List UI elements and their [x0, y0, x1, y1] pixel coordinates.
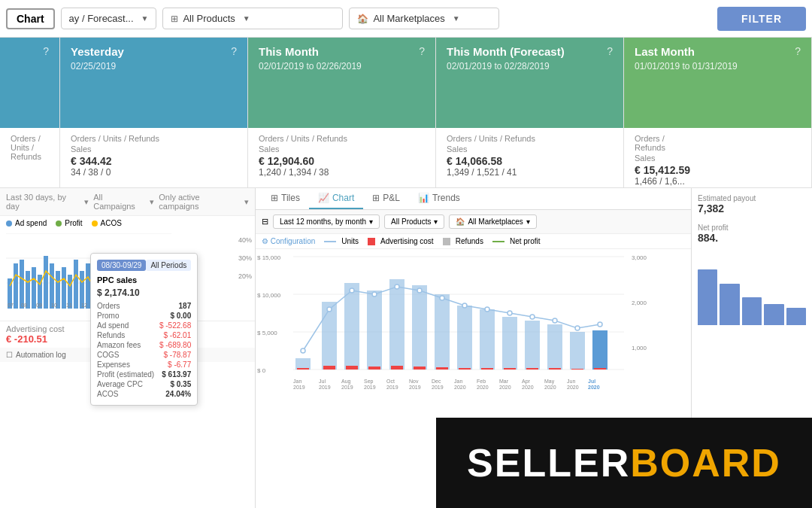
profit-dot: [56, 221, 62, 227]
time-filter-dropdown[interactable]: Last 12 months, by month ▾: [273, 214, 380, 229]
svg-rect-9: [44, 256, 48, 309]
t-amazon-value: $ -689.80: [159, 341, 191, 349]
left-panel: Last 30 days, by day ▾ All Campaigns ▾ O…: [0, 188, 256, 508]
chart-marketplaces-dropdown[interactable]: 🏠 All Marketplaces ▾: [449, 214, 536, 229]
marketplace-icon: 🏠: [357, 14, 368, 24]
tab-trends[interactable]: 📊 Trends: [409, 188, 469, 209]
svg-rect-59: [459, 368, 471, 370]
card-last-month-date: 01/01/2019 to 01/31/2019: [635, 61, 801, 71]
tooltip-period: All Periods: [146, 260, 191, 271]
svg-rect-55: [368, 367, 380, 370]
data-cell-forecast: Orders / Units / Refunds Sales € 14,066.…: [436, 128, 624, 187]
svg-rect-49: [547, 324, 562, 370]
tab-pl[interactable]: ⊞ P&L: [363, 188, 409, 209]
svg-rect-56: [391, 366, 403, 370]
svg-text:$ 5,000: $ 5,000: [257, 330, 277, 336]
marketplaces-arrow-icon: ▼: [453, 14, 460, 23]
trends-label: Trends: [432, 193, 460, 203]
legend-profit: Profit: [56, 219, 82, 227]
forecast-orders-value: 1,349 / 1,521 / 41: [447, 167, 613, 178]
acos-dot: [92, 221, 98, 227]
svg-text:Jul: Jul: [319, 379, 326, 384]
t-cogs-value: $ -78.87: [164, 351, 192, 359]
pl-label: P&L: [383, 193, 400, 203]
last-month-sales-label: Sales: [635, 154, 801, 163]
automation-checkbox-icon: ☐: [6, 351, 13, 359]
tooltip-total: $ 2,174.10: [97, 287, 191, 298]
tab-tiles[interactable]: ⊞ Tiles: [262, 188, 309, 209]
svg-rect-40: [344, 283, 359, 370]
left-panel-header: Last 30 days, by day ▾ All Campaigns ▾ O…: [0, 188, 255, 216]
last-month-refunds-label: Refunds: [635, 143, 801, 152]
net-profit-label: Net profit: [698, 224, 806, 232]
svg-point-68: [350, 288, 354, 293]
tooltip-row-avg-cpc: Average CPC $ 0.35: [97, 379, 191, 389]
t-profit-est-label: Profit (estimated): [97, 370, 154, 379]
chart-tabs: ⊞ Tiles 📈 Chart ⊞ P&L 📊 Trends: [256, 188, 691, 210]
svg-text:2019: 2019: [409, 385, 421, 390]
t-promo-label: Promo: [97, 312, 119, 320]
tab-chart[interactable]: 📈 Chart: [309, 188, 363, 209]
estimated-payout-value: 7,382: [698, 202, 806, 214]
pct-40: 40%: [238, 236, 252, 244]
yesterday-sales-value: € 344.42: [71, 155, 237, 167]
refunds-legend-label: Refunds: [456, 237, 483, 245]
svg-rect-48: [525, 321, 540, 370]
tooltip-row-acos: ACOS 24.04%: [97, 389, 191, 399]
chart-icon: 📈: [318, 193, 329, 203]
cards-row: ? Yesterday 02/25/2019 ? This Month 02/0…: [0, 38, 812, 128]
svg-rect-43: [412, 285, 427, 370]
svg-text:2019: 2019: [319, 385, 331, 390]
svg-text:Aug: Aug: [341, 379, 351, 385]
chart-button[interactable]: Chart: [6, 8, 55, 29]
forecast-sales-label: Sales: [447, 144, 613, 154]
yesterday-sales-label: Sales: [71, 144, 237, 154]
ppc-chart-area: 40% 30% 20%: [0, 230, 255, 321]
card-forecast-help-icon: ?: [607, 45, 613, 57]
chart-config-row: ⚙ Configuration Units Advertising cost R…: [256, 234, 691, 249]
tooltip-rows: Orders 187 Promo $ 0.00 Ad spend $ -522.…: [97, 301, 191, 399]
svg-text:07: 07: [8, 303, 14, 308]
marketplaces-dropdown[interactable]: 🏠 All Marketplaces ▼: [349, 8, 499, 29]
svg-rect-47: [502, 317, 517, 370]
chart-products-dropdown[interactable]: All Products ▾: [384, 214, 444, 229]
t-avg-cpc-label: Average CPC: [97, 380, 143, 388]
configuration-label[interactable]: ⚙ Configuration: [262, 237, 315, 245]
products-dropdown[interactable]: ⊞ All Products ▼: [162, 8, 343, 29]
forecast-data-label: Orders / Units / Refunds: [447, 134, 613, 143]
card-blank: ?: [0, 38, 60, 128]
last-month-sales-value: € 15,412.59: [635, 164, 801, 176]
trends-icon: 📊: [418, 193, 429, 203]
svg-rect-38: [295, 358, 311, 370]
svg-text:$ 15,000: $ 15,000: [257, 254, 281, 261]
svg-point-76: [530, 315, 535, 319]
svg-text:10: 10: [51, 303, 57, 308]
t-promo-value: $ 0.00: [170, 312, 191, 320]
ppc-tooltip: 08/30-09/29 All Periods PPC sales $ 2,17…: [90, 253, 198, 406]
card-this-month-title: This Month: [259, 45, 425, 58]
t-acos-value: 24.04%: [165, 390, 191, 398]
filter-button[interactable]: FILTER: [717, 7, 806, 31]
svg-point-74: [485, 307, 489, 312]
t-expenses-label: Expenses: [97, 360, 130, 369]
svg-text:2020: 2020: [567, 385, 579, 390]
svg-text:Jan: Jan: [454, 379, 462, 384]
svg-text:$ 10,000: $ 10,000: [257, 292, 281, 299]
svg-point-71: [417, 288, 422, 293]
this-month-data-label: Orders / Units / Refunds: [259, 134, 425, 143]
forecast-dropdown[interactable]: ay / Forecast... ▼: [61, 8, 157, 29]
all-campaigns-label: All Campaigns: [93, 193, 145, 211]
refunds-legend-dot: [443, 238, 450, 245]
main-bar-chart: $ 15,000 $ 10,000 $ 5,000 $ 0 3,000 2,00…: [256, 249, 654, 407]
r-bar-5: [786, 308, 806, 325]
svg-rect-53: [323, 366, 335, 370]
time-filter-label: Last 12 months, by month: [280, 217, 366, 226]
right-net-profit: Net profit 884.: [698, 224, 806, 244]
svg-text:Jul: Jul: [588, 379, 595, 384]
t-refunds-label: Refunds: [97, 331, 125, 339]
svg-rect-61: [504, 368, 516, 370]
svg-text:08: 08: [21, 303, 27, 308]
svg-rect-45: [457, 306, 472, 370]
legend-ad-spend: Ad spend: [6, 219, 47, 227]
tiles-icon: ⊞: [271, 193, 278, 203]
